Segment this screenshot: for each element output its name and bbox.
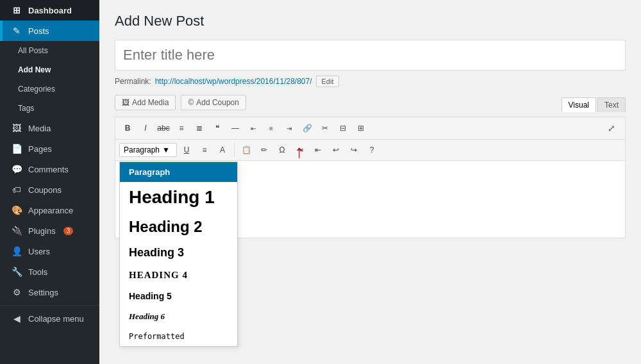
all-posts-label: All Posts (18, 46, 48, 55)
hr-button[interactable]: — (227, 120, 244, 136)
post-title-input[interactable] (115, 40, 626, 70)
permalink-bar: Permalink: http://localhost/wp/wordpress… (115, 76, 626, 87)
coupon-icon: © (188, 98, 194, 107)
format-h1[interactable]: Heading 1 (120, 182, 237, 213)
format-dropdown: Paragraph Heading 1 Heading 2 Heading 3 … (119, 161, 238, 347)
paragraph-select-arrow: ▼ (162, 145, 170, 154)
strikethrough-button[interactable]: abc (155, 120, 172, 136)
outdent-button[interactable]: ⇤ (310, 142, 326, 158)
format-h2[interactable]: Heading 2 (120, 213, 237, 241)
tags-label: Tags (18, 104, 34, 113)
redo-button[interactable]: ↪ (345, 142, 362, 158)
posts-icon: ✎ (10, 26, 23, 36)
sidebar-item-coupons[interactable]: 🏷 Coupons (0, 179, 99, 200)
categories-label: Categories (18, 85, 55, 94)
coupons-icon: 🏷 (10, 185, 23, 195)
add-coupon-button[interactable]: © Add Coupon (181, 95, 246, 110)
add-media-icon: 🖼 (122, 98, 129, 107)
sidebar-item-categories[interactable]: Categories (0, 79, 99, 99)
pages-label: Pages (28, 144, 52, 154)
unordered-list-button[interactable]: ≡ (173, 120, 190, 136)
sidebar-dashboard[interactable]: ⊞ Dashboard (0, 0, 99, 21)
unlink-button[interactable]: ✂ (317, 120, 333, 136)
sidebar-item-comments[interactable]: 💬 Comments (0, 159, 99, 179)
edit-permalink-button[interactable]: Edit (316, 76, 340, 87)
justify-button[interactable]: ≡ (196, 142, 213, 158)
format-h6[interactable]: Heading 6 (120, 306, 237, 327)
undo-button[interactable]: ↩ (328, 142, 344, 158)
align-left-button[interactable]: ⇤ (245, 120, 262, 136)
dashboard-icon: ⊞ (10, 5, 23, 15)
settings-label: Settings (28, 288, 58, 297)
add-media-label: Add Media (132, 98, 169, 107)
sidebar-item-plugins[interactable]: 🔌 Plugins 3 (0, 220, 99, 241)
link-button[interactable]: 🔗 (299, 120, 315, 136)
fullscreen-button[interactable]: ⤢ (603, 120, 620, 136)
media-label: Media (28, 124, 51, 133)
italic-button[interactable]: I (137, 120, 154, 136)
indent-button[interactable]: ⇥ (292, 142, 308, 158)
sidebar-item-settings[interactable]: ⚙ Settings (0, 282, 99, 302)
settings-icon: ⚙ (10, 287, 23, 297)
media-row: 🖼 Add Media © Add Coupon (115, 95, 246, 110)
align-right-button[interactable]: ⇥ (281, 120, 297, 136)
sidebar: ⊞ Dashboard ✎ Posts All Posts Add New Ca… (0, 0, 99, 364)
paragraph-format-select[interactable]: Paragraph ▼ (119, 143, 177, 157)
sidebar-posts-label: Posts (28, 26, 49, 36)
paste-button[interactable]: 📋 (238, 142, 254, 158)
kitchen-sink-button[interactable]: ⊞ (353, 120, 369, 136)
sidebar-item-appearance[interactable]: 🎨 Appearance (0, 200, 99, 220)
plugins-badge: 3 (63, 227, 74, 235)
format-h4[interactable]: HEADING 4 (120, 265, 237, 286)
ordered-list-button[interactable]: ≣ (191, 120, 208, 136)
media-icon: 🖼 (10, 123, 23, 133)
format-pre[interactable]: Preformatted (120, 327, 237, 346)
users-label: Users (28, 247, 50, 256)
sidebar-item-tools[interactable]: 🔧 Tools (0, 261, 99, 282)
editor-wrapper: B I abc ≡ ≣ ❝ — ⇤ ≡ ⇥ 🔗 ✂ ⊟ ⊞ Paragraph … (115, 117, 626, 238)
comments-icon: 💬 (10, 164, 23, 174)
add-new-label: Add New (18, 65, 51, 74)
paragraph-select-label: Paragraph (124, 145, 160, 154)
tools-icon: 🔧 (10, 267, 23, 277)
collapse-label: Collapse menu (28, 314, 84, 324)
font-color-button[interactable]: A (214, 142, 231, 158)
page-title: Add New Post (115, 13, 626, 29)
tab-visual[interactable]: Visual (562, 97, 596, 112)
pages-icon: 📄 (10, 144, 23, 154)
clear-format-button[interactable]: ✏ (256, 142, 272, 158)
add-coupon-label: Add Coupon (196, 98, 239, 107)
toolbar-row1: B I abc ≡ ≣ ❝ — ⇤ ≡ ⇥ 🔗 ✂ ⊟ ⊞ (115, 117, 625, 140)
visual-text-tabs: Visual Text (562, 97, 626, 112)
format-paragraph[interactable]: Paragraph (120, 162, 237, 182)
table-button[interactable]: ⊟ (335, 120, 351, 136)
add-media-button[interactable]: 🖼 Add Media (115, 95, 176, 110)
format-h3[interactable]: Heading 3 (120, 241, 237, 265)
tab-text[interactable]: Text (597, 97, 626, 112)
collapse-icon: ◀ (10, 313, 23, 324)
plugins-label: Plugins (28, 226, 56, 236)
permalink-url[interactable]: http://localhost/wp/wordpress/2016/11/28… (155, 77, 312, 86)
toolbar-separator (234, 143, 235, 157)
underline-button[interactable]: U (178, 142, 195, 158)
bold-button[interactable]: B (119, 120, 136, 136)
sidebar-item-tags[interactable]: Tags (0, 99, 99, 118)
sidebar-divider (0, 305, 99, 306)
main-content: Add New Post Permalink: http://localhost… (99, 0, 641, 364)
omega-button[interactable]: Ω (274, 142, 290, 158)
help-button[interactable]: ? (363, 142, 380, 158)
sidebar-item-media[interactable]: 🖼 Media (0, 118, 99, 138)
blockquote-button[interactable]: ❝ (209, 120, 226, 136)
permalink-label: Permalink: (115, 77, 151, 86)
comments-label: Comments (28, 165, 69, 174)
sidebar-collapse[interactable]: ◀ Collapse menu (0, 308, 99, 329)
sidebar-item-pages[interactable]: 📄 Pages (0, 138, 99, 159)
format-h5[interactable]: Heading 5 (120, 286, 237, 306)
align-center-button[interactable]: ≡ (263, 120, 279, 136)
tools-label: Tools (28, 267, 47, 277)
sidebar-item-users[interactable]: 👤 Users (0, 241, 99, 261)
sidebar-item-posts[interactable]: ✎ Posts (0, 21, 99, 41)
toolbar-row2: Paragraph ▼ U ≡ A 📋 ✏ Ω ⇥ ⇤ ↩ ↪ ? ↑ Para… (115, 140, 625, 161)
sidebar-item-add-new[interactable]: Add New (0, 60, 99, 79)
sidebar-item-all-posts[interactable]: All Posts (0, 41, 99, 60)
